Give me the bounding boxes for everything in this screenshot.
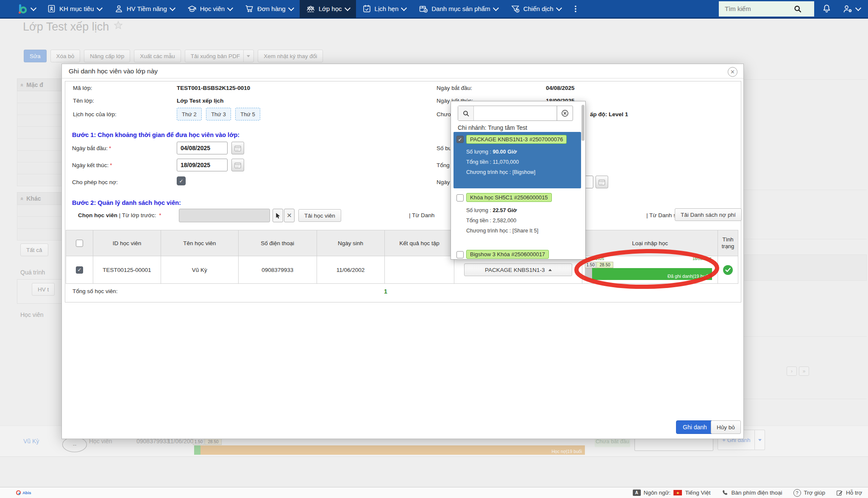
total-label-fragment: Tổng <box>437 162 450 168</box>
package-option-selected[interactable]: PACKAGE KNBS1N1-3 #2507000076 Số lượng :… <box>453 132 581 188</box>
progress-gray-segment <box>585 268 592 280</box>
id-card-icon <box>47 4 56 13</box>
person-icon <box>114 4 123 13</box>
phone-keyboard[interactable]: Bàn phím điện thoại <box>721 490 782 496</box>
col-status: Tình trạng <box>718 230 738 256</box>
calendar-icon[interactable] <box>595 176 608 188</box>
cell-enroll-type: 04/08/2025 18/09/2025 1.50 28.50 Đã ghi … <box>582 256 718 283</box>
dropdown-scrollbar[interactable] <box>581 105 584 141</box>
enroll-modal: Ghi danh học viên vào lớp này ✕ Mã lớp: … <box>61 64 744 439</box>
campaign-funnel-icon: $ <box>511 4 520 14</box>
load-debt-list-button[interactable]: Tải Danh sách nợ phí <box>675 208 742 221</box>
enroll-button[interactable]: Ghi danh <box>676 420 714 434</box>
cell-results <box>385 256 455 283</box>
class-code-value: TEST001-BSBS2K125-0010 <box>177 85 250 91</box>
search-input[interactable] <box>724 5 793 13</box>
picker-cursor-icon[interactable] <box>273 209 283 222</box>
dropdown-search-input[interactable] <box>473 106 557 120</box>
nav-item-don-hang[interactable]: Đơn hàng <box>239 0 300 18</box>
nav-item-lich-hen[interactable]: Lịch hẹn <box>356 0 413 18</box>
nav-item-hoc-vien[interactable]: Học viên <box>181 0 239 18</box>
package-title-pill: Khóa học SH5C1 #2506000015 <box>466 193 552 202</box>
students-table: ID học viên Tên học viên Số điện thoại N… <box>66 230 738 284</box>
cart-icon <box>245 4 254 13</box>
schedule-chips: Thứ 2 Thứ 3 Thứ 5 <box>177 108 263 120</box>
chevron-down-icon <box>97 5 103 11</box>
chevron-down-icon <box>288 5 294 11</box>
close-icon[interactable]: ✕ <box>728 67 737 77</box>
calendar-icon[interactable] <box>231 159 244 171</box>
brand-icon <box>16 490 21 495</box>
package-option[interactable]: Bigshow 3 Khóa #2506000017 <box>453 249 581 260</box>
nav-more-menu[interactable] <box>568 0 584 18</box>
svg-text:$: $ <box>517 9 518 12</box>
language-icon: A <box>633 490 641 496</box>
search-icon[interactable] <box>793 5 802 13</box>
day-chip-tue[interactable]: Thứ 3 <box>206 108 231 120</box>
col-student-name: Tên học viên <box>161 230 239 256</box>
product-box-icon <box>419 4 428 14</box>
package-option[interactable]: Khóa học SH5C1 #2506000015 Số lượng : 22… <box>453 191 581 246</box>
schedule-label: Lịch học của lớp: <box>73 111 117 118</box>
help-link[interactable]: ? Trợ giúp <box>793 489 825 497</box>
start-date-input[interactable] <box>177 142 228 154</box>
nav-item-danh-muc-san-pham[interactable]: Danh mục sản phẩm <box>412 0 504 18</box>
modal-header: Ghi danh học viên vào lớp này ✕ <box>62 64 743 78</box>
abis-logo-icon <box>17 3 28 14</box>
bar-left-label: 1.50 <box>585 262 596 268</box>
progress-status-text: Đã ghi danh|19 buổi <box>668 274 709 279</box>
total-students-value: 1 <box>384 288 387 295</box>
pick-student-label: Chọn học viên | Từ lớp trước: * <box>78 212 161 218</box>
modal-title: Ghi danh học viên vào lớp này <box>69 67 158 75</box>
class-name-value: Lớp Test xếp lịch <box>177 98 224 104</box>
clear-search-icon[interactable] <box>557 106 573 120</box>
support-link[interactable]: Hỗ trợ <box>836 490 862 496</box>
bell-icon[interactable] <box>822 4 832 14</box>
from-saved-list-fragment: | Từ Danh <box>409 212 434 218</box>
language-selector[interactable]: A Ngôn ngữ: ★ Tiếng Việt <box>633 490 711 496</box>
start-date-info-label: Ngày bắt đầu: <box>437 85 472 91</box>
end-date-input[interactable] <box>177 159 228 171</box>
row-checkbox[interactable] <box>76 266 83 274</box>
nav-item-hv-tiem-nang[interactable]: HV Tiềm năng <box>108 0 181 18</box>
nav-item-kh-muc-tieu[interactable]: KH mục tiêu <box>41 0 108 18</box>
graduation-cap-icon <box>187 4 197 14</box>
chevron-down-icon <box>227 5 233 11</box>
status-check-icon <box>723 265 733 275</box>
calendar-icon[interactable] <box>231 142 244 154</box>
sessions-label-fragment: Số bu <box>437 145 451 151</box>
nav-item-lop-hoc[interactable]: Lớp học <box>300 0 356 18</box>
user-gear-icon <box>843 4 854 14</box>
calendar-check-icon <box>362 4 371 13</box>
start-date-info-value: 04/08/2025 <box>546 85 575 91</box>
option-checkbox[interactable] <box>456 251 464 258</box>
bar-right-label: 28.50 <box>596 262 613 268</box>
question-icon: ? <box>793 489 801 497</box>
load-students-button[interactable]: Tải học viên <box>298 209 341 222</box>
select-all-checkbox[interactable] <box>76 240 83 247</box>
nav-item-chien-dich[interactable]: $ Chiến dịch <box>504 0 568 18</box>
chevron-down-icon <box>170 5 175 11</box>
bar-date-right: 18/09/2025 <box>693 257 712 261</box>
enroll-form-panel: Mã lớp: TEST001-BSBS2K125-0010 Tên lớp: … <box>65 81 741 302</box>
allow-debt-checkbox[interactable] <box>177 176 186 185</box>
global-search <box>719 1 814 17</box>
table-header-row: ID học viên Tên học viên Số điện thoại N… <box>66 230 738 256</box>
day-chip-mon[interactable]: Thứ 2 <box>177 108 202 120</box>
day-chip-thu[interactable]: Thứ 5 <box>235 108 260 120</box>
cell-dob: 11/06/2002 <box>317 256 385 283</box>
option-checkbox[interactable] <box>456 194 464 201</box>
brand: Abis <box>16 490 31 495</box>
user-settings-menu[interactable] <box>843 4 860 14</box>
branch-header: Chi nhánh: Trung tâm Test <box>458 124 527 131</box>
app-logo[interactable] <box>0 0 41 18</box>
package-dropdown-trigger[interactable]: PACKAGE KNBS1N1-3 <box>464 263 572 276</box>
cancel-button[interactable]: Hủy bỏ <box>711 420 741 434</box>
previous-class-input[interactable] <box>179 209 270 222</box>
chevron-down-icon <box>344 5 350 11</box>
screen: Lớp Test xếp lịch Sửa Xóa bỏ Nâng cấp lớ… <box>0 0 868 498</box>
option-checkbox[interactable] <box>456 136 464 143</box>
clear-selection-icon[interactable]: ✕ <box>284 209 295 222</box>
total-students-label: Tổng số học viên: <box>72 288 118 294</box>
chevron-down-icon <box>556 5 562 11</box>
